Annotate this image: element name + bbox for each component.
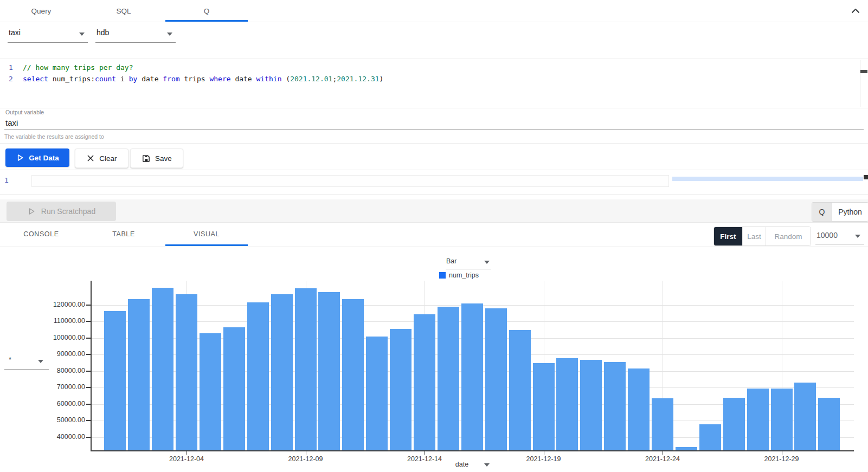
chevron-down-icon[interactable] [484, 261, 490, 264]
code-token-plain: i [116, 75, 128, 83]
database-dropdown-value: hdb [97, 28, 109, 37]
editor-scrollbar-track[interactable] [860, 60, 868, 107]
run-scratchpad-label: Run Scratchpad [41, 207, 95, 216]
code-token-keyword: from [163, 75, 179, 83]
code-token-keyword: select [23, 75, 48, 83]
code-token-number: 2021.12.01 [290, 75, 332, 83]
section-divider [0, 247, 868, 247]
y-tick-mark [86, 404, 91, 405]
row-limit-dropdown[interactable]: 10000 [816, 231, 838, 240]
scratchpad-editor[interactable]: 1 [0, 170, 868, 194]
bar [747, 389, 769, 451]
header-divider [0, 22, 868, 22]
tab-q[interactable]: Q [165, 0, 248, 22]
chevron-down-icon [79, 33, 85, 36]
database-dropdown[interactable]: hdb [95, 26, 176, 43]
bar [366, 337, 388, 451]
code-token-plain: ( [282, 75, 291, 83]
code-token-number: 2021.12.31 [337, 75, 379, 83]
kx-query-workspace: Query SQL Q taxi hdb 1 2 // how many tri… [0, 0, 868, 472]
tab-visual[interactable]: VISUAL [165, 222, 248, 246]
sampling-first-button[interactable]: First [714, 227, 742, 245]
code-token-plain: trips [180, 75, 210, 83]
clear-button[interactable]: Clear [75, 148, 128, 168]
bar [223, 327, 245, 451]
code-line-comment: // how many trips per day? [23, 63, 133, 72]
output-variable-underline [4, 130, 864, 130]
bar [152, 288, 173, 451]
output-variable-dropdown[interactable]: taxi [8, 26, 88, 43]
chart-type-underline [446, 269, 491, 269]
x-tick-mark [782, 451, 782, 455]
collapse-panel-button[interactable] [849, 4, 862, 17]
editor-scrollbar-thumb[interactable] [860, 70, 867, 73]
chevron-down-icon [167, 33, 172, 36]
y-tick-label: 100000.00 [23, 334, 85, 341]
language-toggle: Q Python [812, 202, 868, 222]
row-limit-underline [815, 244, 864, 244]
y-tick-mark [86, 305, 91, 306]
tab-query[interactable]: Query [0, 0, 82, 22]
language-option-python[interactable]: Python [832, 203, 868, 221]
code-line-query: select num_trips:count i by date from tr… [23, 75, 383, 83]
x-tick-mark [663, 451, 663, 455]
x-tick-label: 2021-12-09 [273, 455, 338, 463]
code-token-keyword: where [209, 75, 230, 83]
bar [176, 294, 197, 451]
scratchpad-toolbar: Run Scratchpad Q Python [0, 199, 868, 222]
save-label: Save [155, 154, 172, 163]
chevron-down-icon[interactable] [484, 463, 490, 467]
output-variable-input[interactable]: taxi [5, 118, 18, 127]
chart-type-dropdown[interactable]: Bar [446, 257, 456, 265]
y-tick-label: 70000.00 [23, 383, 85, 391]
save-icon [142, 154, 151, 163]
code-token-keyword: count [95, 75, 116, 83]
chevron-down-icon[interactable] [38, 360, 43, 363]
run-scratchpad-button[interactable]: Run Scratchpad [7, 202, 116, 221]
line-number: 2 [9, 75, 13, 83]
y-tick-label: 110000.00 [23, 317, 85, 325]
code-token-keyword: by [129, 75, 138, 83]
get-data-label: Get Data [29, 154, 59, 162]
x-axis-line [91, 450, 854, 451]
code-token-plain: ) [380, 75, 384, 83]
y-tick-label: 90000.00 [23, 350, 85, 358]
tab-sql[interactable]: SQL [82, 0, 165, 22]
play-icon [27, 207, 36, 216]
bar [723, 398, 745, 451]
code-token-plain: num_trips: [48, 75, 95, 83]
q-code-editor[interactable]: 1 2 // how many trips per day? select nu… [0, 59, 868, 108]
save-button[interactable]: Save [130, 148, 183, 168]
legend-swatch [439, 272, 446, 279]
bar [461, 303, 483, 451]
clear-label: Clear [99, 154, 117, 163]
code-token-plain: date [137, 75, 163, 83]
y-tick-mark [86, 437, 91, 438]
bar [604, 362, 626, 451]
tab-console[interactable]: CONSOLE [0, 222, 82, 246]
code-token-keyword: within [256, 75, 282, 83]
x-tick-mark [187, 451, 187, 455]
play-icon [16, 153, 24, 162]
y-axis-line [91, 281, 92, 451]
x-tick-mark [544, 451, 544, 455]
sampling-last-button[interactable]: Last [742, 227, 766, 245]
x-tick-label: 2021-12-14 [392, 455, 457, 463]
scratchpad-selection-highlight [672, 177, 863, 181]
language-option-q[interactable]: Q [812, 203, 832, 221]
bar [485, 308, 507, 451]
output-variable-label: Output variable [5, 109, 44, 115]
y-tick-mark [86, 387, 91, 388]
scratchpad-current-line[interactable] [31, 175, 669, 187]
y-tick-label: 40000.00 [23, 433, 85, 441]
sampling-random-button[interactable]: Random [766, 227, 811, 245]
scratchpad-scrollbar-thumb[interactable] [864, 175, 868, 179]
active-results-tab-underline [165, 244, 248, 246]
bar [628, 368, 650, 451]
y-tick-mark [86, 371, 91, 372]
tab-table[interactable]: TABLE [82, 222, 165, 246]
chevron-down-icon[interactable] [855, 235, 860, 238]
get-data-button[interactable]: Get Data [5, 148, 69, 167]
series-selector-dropdown[interactable]: * [9, 355, 11, 364]
bar [818, 398, 840, 451]
